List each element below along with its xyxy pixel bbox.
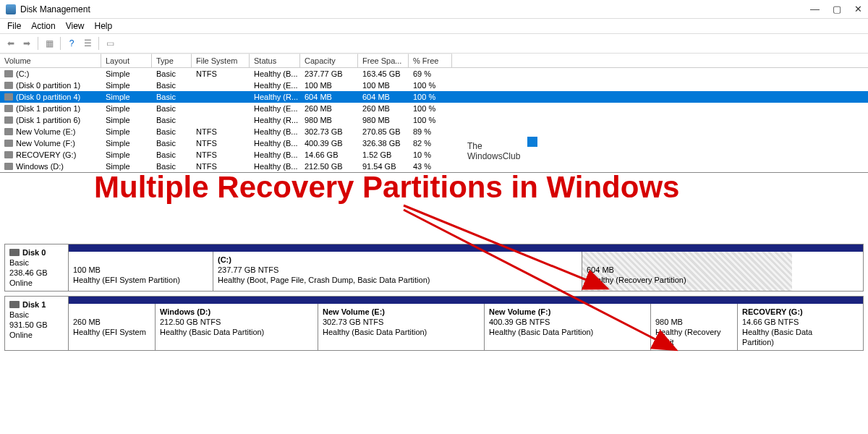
menu-help[interactable]: Help bbox=[95, 21, 113, 31]
disk-graphical-view[interactable]: Disk 0Basic238.46 GBOnline100 MBHealthy … bbox=[0, 244, 868, 351]
partition[interactable]: New Volume (F:)400.39 GB NTFSHealthy (Ba… bbox=[485, 304, 651, 350]
column-headers[interactable]: Volume Layout Type File System Status Ca… bbox=[0, 54, 868, 68]
help-icon[interactable]: ? bbox=[65, 37, 78, 50]
grid-icon[interactable]: ▦ bbox=[43, 37, 56, 50]
disk-row[interactable]: Disk 0Basic238.46 GBOnline100 MBHealthy … bbox=[4, 244, 864, 292]
col-volume[interactable]: Volume bbox=[0, 54, 101, 67]
disk-info: Disk 0Basic238.46 GBOnline bbox=[5, 244, 69, 291]
col-freespace[interactable]: Free Spa... bbox=[358, 54, 409, 67]
partition[interactable]: 980 MBHealthy (Recovery Partit bbox=[651, 304, 738, 350]
col-pctfree[interactable]: % Free bbox=[409, 54, 452, 67]
partition[interactable]: 604 MBHealthy (Recovery Partition) bbox=[582, 252, 792, 291]
partition[interactable]: Windows (D:)212.50 GB NTFSHealthy (Basic… bbox=[156, 304, 318, 350]
partition[interactable]: (C:)237.77 GB NTFSHealthy (Boot, Page Fi… bbox=[213, 252, 582, 291]
watermark-icon bbox=[527, 137, 537, 147]
col-status[interactable]: Status bbox=[250, 54, 300, 67]
col-type[interactable]: Type bbox=[152, 54, 192, 67]
volume-row[interactable]: RECOVERY (G:)SimpleBasicNTFSHealthy (B..… bbox=[0, 149, 868, 161]
minimize-button[interactable]: — bbox=[810, 4, 820, 14]
volume-row[interactable]: (Disk 0 partition 4)SimpleBasicHealthy (… bbox=[0, 91, 868, 103]
list-icon[interactable]: ☰ bbox=[81, 37, 94, 50]
window-title: Disk Management bbox=[20, 4, 90, 14]
separator bbox=[60, 37, 61, 50]
col-capacity[interactable]: Capacity bbox=[300, 54, 358, 67]
partition[interactable]: 260 MBHealthy (EFI System bbox=[69, 304, 156, 350]
volume-row[interactable]: (Disk 1 partition 6)SimpleBasicHealthy (… bbox=[0, 114, 868, 126]
menu-file[interactable]: File bbox=[7, 21, 21, 31]
disk-row[interactable]: Disk 1Basic931.50 GBOnline260 MBHealthy … bbox=[4, 296, 864, 351]
partition[interactable]: RECOVERY (G:)14.66 GB NTFSHealthy (Basic… bbox=[738, 304, 839, 350]
watermark: The WindowsClub bbox=[467, 141, 520, 161]
volume-row[interactable]: (Disk 1 partition 1)SimpleBasicHealthy (… bbox=[0, 103, 868, 114]
volume-list[interactable]: Volume Layout Type File System Status Ca… bbox=[0, 54, 868, 173]
partition[interactable]: New Volume (E:)302.73 GB NTFSHealthy (Ba… bbox=[318, 304, 485, 350]
menu-action[interactable]: Action bbox=[31, 21, 55, 31]
volume-row[interactable]: (C:)SimpleBasicNTFSHealthy (B...237.77 G… bbox=[0, 68, 868, 80]
col-filesystem[interactable]: File System bbox=[192, 54, 250, 67]
properties-icon[interactable]: ▭ bbox=[103, 37, 116, 50]
toolbar: ⬅ ➡ ▦ ? ☰ ▭ bbox=[0, 33, 868, 54]
volume-row[interactable]: New Volume (E:)SimpleBasicNTFSHealthy (B… bbox=[0, 126, 868, 137]
volume-row[interactable]: New Volume (F:)SimpleBasicNTFSHealthy (B… bbox=[0, 137, 868, 149]
menu-view[interactable]: View bbox=[66, 21, 85, 31]
maximize-button[interactable]: ▢ bbox=[833, 4, 841, 14]
disk-info: Disk 1Basic931.50 GBOnline bbox=[5, 297, 69, 350]
back-icon[interactable]: ⬅ bbox=[4, 37, 17, 50]
col-layout[interactable]: Layout bbox=[101, 54, 152, 67]
partition[interactable]: 100 MBHealthy (EFI System Partition) bbox=[69, 252, 213, 291]
close-button[interactable]: ✕ bbox=[854, 4, 862, 14]
titlebar: Disk Management — ▢ ✕ bbox=[0, 0, 868, 19]
separator bbox=[98, 37, 99, 50]
separator bbox=[38, 37, 38, 50]
menubar: File Action View Help bbox=[0, 19, 868, 33]
forward-icon[interactable]: ➡ bbox=[20, 37, 33, 50]
volume-row[interactable]: (Disk 0 partition 1)SimpleBasicHealthy (… bbox=[0, 80, 868, 91]
volume-row[interactable]: Windows (D:)SimpleBasicNTFSHealthy (B...… bbox=[0, 161, 868, 172]
app-icon bbox=[6, 4, 16, 14]
